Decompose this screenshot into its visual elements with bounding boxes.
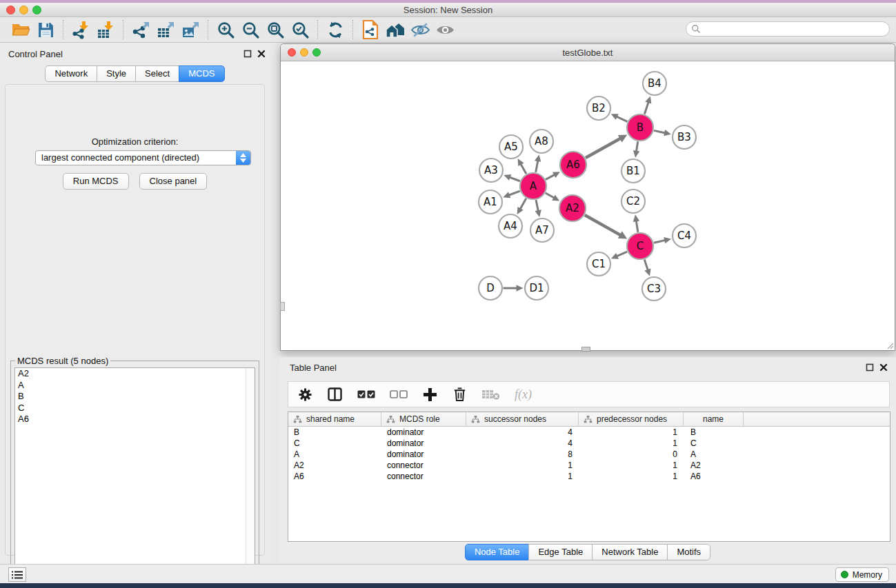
import-network-button[interactable] [68, 19, 93, 40]
table-cell[interactable]: dominator [381, 449, 466, 460]
graph-node-D1[interactable]: D1 [525, 276, 548, 300]
select-all-columns-button[interactable] [357, 390, 375, 398]
node-table[interactable]: shared nameMCDS rolesuccessor nodesprede… [288, 412, 890, 542]
import-table-button[interactable] [93, 19, 118, 40]
export-network-button[interactable] [128, 19, 153, 40]
float-panel-icon[interactable] [866, 363, 874, 372]
graph-node-A5[interactable]: A5 [499, 135, 523, 159]
network-canvas[interactable]: B4B2BB3B1A5A8A3A6AA1C2A2A4A7CC4C1C3DD1 [281, 61, 895, 350]
table-row[interactable]: Bdominator41B [288, 427, 890, 438]
function-builder-button[interactable]: f(x) [515, 387, 532, 402]
graph-edge-B-B2[interactable] [611, 114, 628, 121]
column-header-shared-name[interactable]: shared name [288, 412, 381, 426]
tab-network-table[interactable]: Network Table [592, 544, 668, 560]
graph-edge-D-D1[interactable] [504, 285, 524, 292]
table-cell[interactable]: A [684, 449, 744, 460]
table-row[interactable]: Cdominator41C [288, 438, 890, 449]
graph-node-A4[interactable]: A4 [499, 214, 522, 238]
zoom-selected-button[interactable] [288, 19, 312, 40]
graph-node-C1[interactable]: C1 [587, 252, 610, 276]
zoom-fit-button[interactable] [263, 19, 288, 40]
hide-selected-button[interactable] [408, 19, 432, 40]
graph-edge-A-A7[interactable] [535, 200, 541, 217]
table-cell[interactable]: 1 [466, 460, 579, 471]
table-row[interactable]: A6connector11A6 [288, 471, 890, 482]
tab-edge-table[interactable]: Edge Table [528, 544, 593, 560]
graph-node-A6[interactable]: A6 [560, 152, 586, 178]
list-scrollbar[interactable] [246, 368, 255, 587]
graph-node-B1[interactable]: B1 [621, 159, 645, 183]
table-row[interactable]: A2connector11A2 [288, 460, 890, 471]
network-window-titlebar[interactable]: testGlobe.txt [281, 44, 895, 61]
list-item[interactable]: A [15, 380, 255, 392]
resize-grip-icon[interactable] [886, 341, 894, 349]
tab-motifs[interactable]: Motifs [667, 544, 710, 560]
tab-select[interactable]: Select [135, 65, 179, 82]
list-item[interactable]: B [15, 391, 255, 403]
network-view-window[interactable]: testGlobe.txt B4B2BB3B1A5A8A3A6AA1C2A2A4… [280, 43, 895, 351]
graph-node-C[interactable]: C [627, 233, 653, 259]
table-cell[interactable]: A2 [288, 460, 381, 471]
table-cell[interactable]: 0 [579, 449, 684, 460]
graph-edge-C-C2[interactable] [633, 214, 639, 232]
run-mcds-button[interactable]: Run MCDS [63, 173, 129, 190]
export-image-button[interactable] [178, 19, 203, 40]
zoom-in-button[interactable] [213, 19, 238, 40]
delete-columns-button[interactable] [452, 386, 467, 403]
tab-node-table[interactable]: Node Table [465, 544, 530, 560]
table-cell[interactable]: 1 [579, 438, 684, 449]
task-history-button[interactable] [8, 567, 26, 582]
save-session-button[interactable] [33, 19, 58, 40]
memory-button[interactable]: Memory [835, 567, 889, 582]
float-panel-icon[interactable] [243, 50, 252, 58]
open-session-button[interactable] [8, 19, 33, 40]
table-cell[interactable]: C [288, 438, 381, 449]
first-neighbors-button[interactable] [383, 19, 408, 40]
table-cell[interactable]: 8 [466, 449, 579, 460]
table-cell[interactable]: A [288, 449, 381, 460]
mcds-result-list[interactable]: A2ABCA6 [14, 367, 255, 587]
table-cell[interactable]: A2 [684, 460, 744, 471]
graph-node-A[interactable]: A [520, 173, 546, 199]
optimization-criterion-select[interactable]: largest connected component (directed) [35, 150, 251, 165]
graph-node-A8[interactable]: A8 [530, 130, 553, 153]
unselect-all-columns-button[interactable] [390, 390, 408, 398]
column-header-MCDS-role[interactable]: MCDS role [381, 412, 466, 426]
table-cell[interactable]: 1 [579, 471, 684, 482]
table-cell[interactable]: A6 [684, 471, 744, 482]
column-header-successor-nodes[interactable]: successor nodes [466, 412, 579, 426]
list-item[interactable]: A6 [15, 414, 255, 425]
table-cell[interactable]: connector [381, 471, 466, 482]
table-cell[interactable]: B [684, 427, 744, 438]
graph-edge-B-B3[interactable] [654, 130, 671, 136]
tab-style[interactable]: Style [97, 65, 136, 82]
close-panel-button[interactable]: Close panel [139, 173, 208, 190]
graph-node-A3[interactable]: A3 [479, 159, 503, 182]
graph-edge-A-A8[interactable] [535, 154, 541, 172]
table-cell[interactable]: 1 [579, 427, 684, 438]
graph-edge-A-A5[interactable] [518, 159, 526, 174]
close-panel-icon[interactable] [257, 50, 266, 58]
graph-edge-A-A3[interactable] [504, 174, 520, 181]
column-header-predecessor-nodes[interactable]: predecessor nodes [579, 412, 684, 426]
table-cell[interactable]: 1 [579, 460, 684, 471]
column-settings-button[interactable] [298, 387, 312, 402]
graph-edge-A2-C[interactable] [585, 215, 627, 239]
table-cell[interactable]: C [684, 438, 744, 449]
export-table-button[interactable] [153, 19, 178, 40]
close-panel-icon[interactable] [879, 363, 888, 372]
table-cell[interactable]: 1 [466, 471, 579, 482]
graph-node-C2[interactable]: C2 [621, 190, 645, 213]
graph-node-C3[interactable]: C3 [642, 277, 666, 301]
graph-node-B4[interactable]: B4 [643, 72, 666, 95]
split-panel-button[interactable] [327, 387, 343, 402]
graph-edge-A-A1[interactable] [503, 191, 519, 198]
new-network-from-selection-button[interactable] [358, 19, 383, 40]
table-cell[interactable]: dominator [381, 438, 466, 449]
graph-edge-A-A4[interactable] [517, 199, 526, 214]
column-header-name[interactable]: name [684, 412, 744, 426]
graph-edge-B-B1[interactable] [633, 141, 639, 157]
graph-node-B3[interactable]: B3 [673, 125, 696, 149]
table-cell[interactable]: 4 [466, 438, 579, 449]
window-left-grip[interactable] [280, 302, 285, 311]
